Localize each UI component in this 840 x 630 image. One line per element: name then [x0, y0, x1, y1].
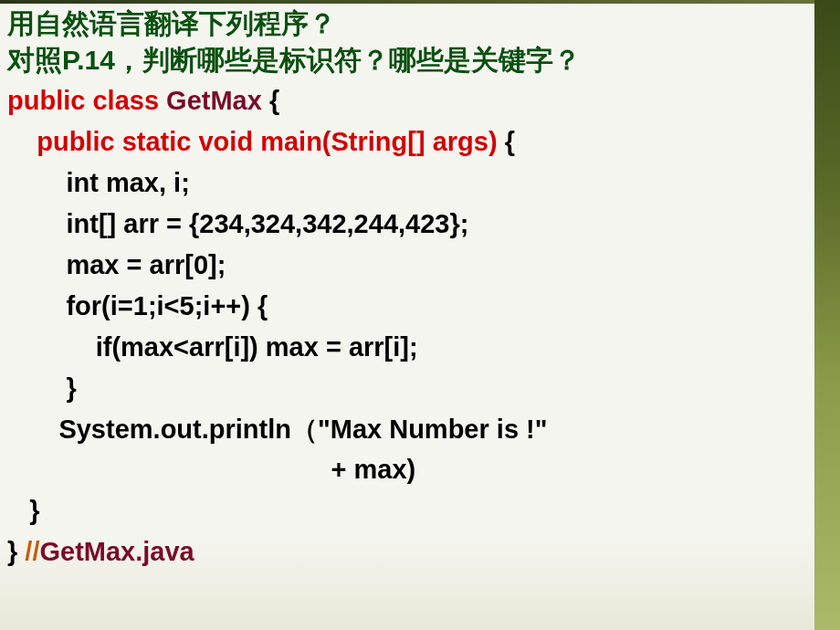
code-line-10: + max) [7, 449, 813, 490]
code-line-7: if(max<arr[i]) max = arr[i]; [7, 327, 813, 368]
code-block: public class GetMax { public static void… [7, 80, 813, 572]
identifier-filename: GetMax.java [39, 537, 194, 566]
top-decoration-strip [0, 0, 840, 4]
code-line-2: public static void main(String[] args) { [7, 121, 813, 163]
code-line-8: } [7, 368, 813, 409]
code-line-1: public class GetMax { [7, 80, 813, 121]
comment-slashes: // [25, 537, 39, 566]
question-line-1: 用自然语言翻译下列程序？ [7, 7, 813, 40]
question-line-2: 对照P.14，判断哪些是标识符？哪些是关键字？ [7, 44, 813, 77]
brace-open: { [505, 127, 515, 156]
keyword-public-class: public class [7, 86, 166, 115]
code-line-3: int max, i; [7, 163, 813, 204]
code-line-9: System.out.println（"Max Number is !" [7, 409, 813, 450]
code-line-4: int[] arr = {234,324,342,244,423}; [7, 204, 813, 245]
brace-open: { [269, 86, 279, 115]
keyword-main-signature: public static void main(String[] args) [7, 127, 505, 156]
code-line-12: } //GetMax.java [7, 531, 813, 572]
identifier-getmax: GetMax [166, 86, 269, 115]
brace-close: } [7, 537, 25, 566]
slide-content: 用自然语言翻译下列程序？ 对照P.14，判断哪些是标识符？哪些是关键字？ pub… [0, 0, 840, 572]
code-line-6: for(i=1;i<5;i++) { [7, 286, 813, 327]
code-line-11: } [7, 490, 813, 531]
right-decoration-strip [814, 0, 840, 630]
code-line-5: max = arr[0]; [7, 245, 813, 286]
